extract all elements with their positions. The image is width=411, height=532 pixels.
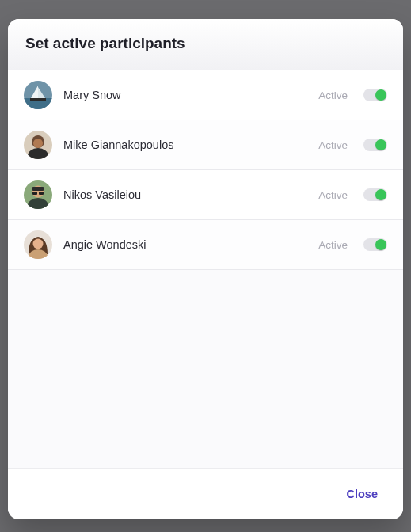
participant-name: Mike Giannakopoulos (63, 139, 307, 151)
avatar (24, 230, 52, 259)
modal-footer: Close (8, 468, 403, 519)
active-toggle[interactable] (363, 139, 387, 151)
svg-point-8 (33, 139, 43, 148)
participant-name: Angie Wondeski (63, 238, 307, 251)
participant-list: Mary SnowActiveMike GiannakopoulosActive… (8, 70, 403, 468)
avatar (24, 131, 52, 159)
participant-row: Angie WondeskiActive (8, 220, 403, 270)
svg-rect-14 (39, 192, 44, 195)
active-toggle[interactable] (363, 238, 387, 251)
svg-rect-4 (30, 98, 46, 101)
svg-rect-12 (32, 187, 44, 191)
svg-rect-13 (32, 192, 37, 195)
avatar (24, 81, 52, 109)
modal-title: Set active participants (25, 35, 386, 52)
participant-name: Mary Snow (63, 89, 307, 101)
active-toggle[interactable] (363, 188, 387, 201)
participant-row: Mike GiannakopoulosActive (8, 120, 403, 170)
participant-row: Nikos VasileiouActive (8, 170, 403, 220)
svg-point-16 (33, 239, 44, 249)
participants-modal: Set active participants Mary SnowActiveM… (8, 19, 403, 519)
toggle-knob (375, 139, 386, 150)
avatar (24, 180, 52, 209)
active-toggle[interactable] (363, 89, 387, 101)
modal-header: Set active participants (8, 19, 403, 70)
close-button[interactable]: Close (339, 483, 386, 505)
participant-status: Active (318, 89, 348, 101)
toggle-knob (375, 239, 386, 250)
participant-row: Mary SnowActive (8, 70, 403, 120)
participant-status: Active (318, 189, 348, 201)
toggle-knob (375, 189, 386, 200)
participant-status: Active (318, 139, 348, 151)
participant-status: Active (318, 239, 348, 251)
participant-name: Nikos Vasileiou (63, 188, 307, 201)
toggle-knob (375, 89, 386, 101)
